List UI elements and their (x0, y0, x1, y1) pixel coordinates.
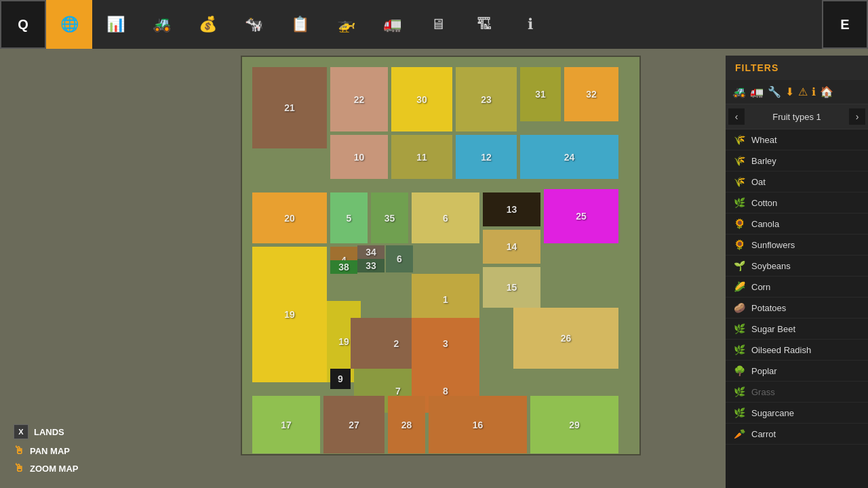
land-patch-12[interactable]: 12 (456, 135, 517, 179)
fruit-item-oilseed-radish[interactable]: 🌿Oilseed Radish (726, 340, 868, 361)
map-area: 2122302331321011122420535613142543438336… (0, 49, 868, 488)
oat-label: Oat (751, 177, 766, 187)
sunflowers-label: Sunflowers (751, 240, 795, 250)
filters-header: FILTERS (726, 56, 868, 80)
land-patch-1[interactable]: 1 (412, 274, 479, 325)
land-patch-35[interactable]: 35 (371, 192, 408, 243)
carrot-icon: 🥕 (732, 427, 746, 441)
contract-button[interactable]: 📋 (277, 0, 323, 49)
filter-home-icon[interactable]: 🏠 (820, 85, 833, 98)
land-patch-30[interactable]: 30 (391, 67, 452, 131)
canola-icon: 🌻 (732, 217, 746, 230)
soybeans-icon: 🌱 (732, 259, 746, 272)
fruit-item-sunflowers[interactable]: 🌻Sunflowers (726, 235, 868, 256)
land-patch-11[interactable]: 11 (391, 135, 452, 179)
transport-button[interactable]: 🚁 (323, 0, 369, 49)
fruit-item-wheat[interactable]: 🌾Wheat (726, 129, 868, 150)
zoom-label: ZOOM MAP (30, 464, 79, 474)
fruit-item-corn[interactable]: 🌽Corn (726, 277, 868, 298)
land-patch-38[interactable]: 38 (330, 260, 357, 274)
land-patch-3[interactable]: 3 (412, 318, 479, 369)
zoom-icon: 🖱 (14, 462, 24, 474)
land-patch-6b[interactable]: 6 (386, 245, 413, 272)
filter-vehicle-icon[interactable]: 🚛 (750, 85, 764, 98)
fruit-item-sugarcane[interactable]: 🌿Sugarcane (726, 403, 868, 424)
poplar-label: Poplar (751, 366, 777, 376)
fruit-types-nav: ‹ Fruit types 1 › (726, 104, 868, 129)
nav-prev-button[interactable]: ‹ (728, 108, 745, 125)
land-patch-13[interactable]: 13 (483, 192, 540, 226)
land-patch-16[interactable]: 16 (429, 396, 527, 453)
land-patch-23[interactable]: 23 (456, 67, 517, 131)
land-patch-32[interactable]: 32 (564, 67, 618, 121)
cotton-icon: 🌿 (732, 196, 746, 209)
soybeans-label: Soybeans (751, 261, 791, 271)
filter-info-icon[interactable]: ℹ (812, 85, 816, 98)
map-button[interactable]: 🌐 (46, 0, 92, 49)
fruit-item-grass[interactable]: 🌿Grass (726, 382, 868, 403)
potatoes-label: Potatoes (751, 303, 786, 313)
pan-icon: 🖱 (14, 445, 24, 457)
zoom-map-control[interactable]: 🖱 ZOOM MAP (14, 462, 79, 474)
pan-map-control[interactable]: 🖱 PAN MAP (14, 445, 79, 457)
fruit-item-cotton[interactable]: 🌿Cotton (726, 192, 868, 214)
e-button[interactable]: E (822, 0, 868, 49)
filter-alert-icon[interactable]: ⚠ (798, 85, 808, 98)
fruit-item-canola[interactable]: 🌻Canola (726, 214, 868, 235)
land-patch-21[interactable]: 21 (252, 67, 327, 148)
land-patch-10[interactable]: 10 (330, 135, 388, 179)
tractor-button[interactable]: 🚜 (138, 0, 184, 49)
land-patch-31[interactable]: 31 (520, 67, 561, 121)
fruit-item-sugar-beet[interactable]: 🌿Sugar Beet (726, 319, 868, 340)
barley-icon: 🌾 (732, 154, 746, 167)
land-patch-34[interactable]: 34 (357, 245, 384, 259)
info-button[interactable]: ℹ (507, 0, 553, 49)
nav-next-button[interactable]: › (849, 108, 865, 125)
corn-icon: 🌽 (732, 280, 746, 293)
vehicle-button[interactable]: 🚛 (369, 0, 415, 49)
filter-tractor-icon[interactable]: 🚜 (732, 85, 746, 98)
fruit-item-carrot[interactable]: 🥕Carrot (726, 424, 868, 445)
fruit-item-poplar[interactable]: 🌳Poplar (726, 361, 868, 382)
fruit-item-barley[interactable]: 🌾Barley (726, 150, 868, 171)
fruit-item-oat[interactable]: 🌾Oat (726, 171, 868, 192)
filter-download-icon[interactable]: ⬇ (785, 85, 794, 98)
stats-button[interactable]: 📊 (92, 0, 138, 49)
filter-tool-icon[interactable]: 🔧 (768, 85, 781, 98)
land-patch-20[interactable]: 20 (252, 192, 327, 243)
land-patch-29[interactable]: 29 (530, 396, 618, 453)
fruit-item-potatoes[interactable]: 🥔Potatoes (726, 298, 868, 319)
monitor-button[interactable]: 🖥 (415, 0, 461, 49)
land-patch-15[interactable]: 15 (483, 267, 540, 308)
land-patch-9[interactable]: 9 (330, 369, 351, 389)
land-patch-17[interactable]: 17 (252, 396, 320, 453)
lands-control[interactable]: X LANDS (14, 424, 79, 439)
land-patch-6[interactable]: 6 (412, 192, 479, 243)
animal-button[interactable]: 🐄 (231, 0, 277, 49)
land-patch-19[interactable]: 19 (252, 247, 327, 382)
oat-icon: 🌾 (732, 175, 746, 188)
cotton-label: Cotton (751, 198, 777, 208)
map-canvas[interactable]: 2122302331321011122420535613142543438336… (241, 56, 641, 455)
money-button[interactable]: 💰 (184, 0, 231, 49)
land-patch-14[interactable]: 14 (483, 230, 540, 264)
land-patch-33[interactable]: 33 (357, 259, 384, 272)
corn-label: Corn (751, 282, 770, 292)
fruit-item-soybeans[interactable]: 🌱Soybeans (726, 256, 868, 277)
land-patch-26[interactable]: 26 (513, 308, 618, 369)
land-patch-22[interactable]: 22 (330, 67, 388, 131)
land-patch-24[interactable]: 24 (520, 135, 618, 179)
lands-key: X (14, 424, 28, 439)
q-button[interactable]: Q (0, 0, 46, 49)
grass-icon: 🌿 (732, 385, 746, 399)
land-patch-25[interactable]: 25 (544, 189, 618, 243)
barley-label: Barley (751, 156, 776, 166)
land-patch-5[interactable]: 5 (330, 192, 368, 243)
sugarcane-icon: 🌿 (732, 406, 746, 420)
pan-label: PAN MAP (30, 446, 70, 456)
land-patch-27[interactable]: 27 (323, 396, 384, 453)
poplar-icon: 🌳 (732, 364, 746, 378)
land-patch-28[interactable]: 28 (388, 396, 425, 453)
sunflowers-icon: 🌻 (732, 238, 746, 251)
silo-button[interactable]: 🏗 (461, 0, 507, 49)
